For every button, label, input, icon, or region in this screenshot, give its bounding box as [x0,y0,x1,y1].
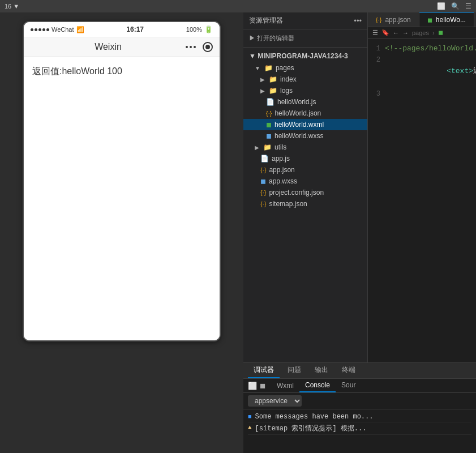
debug-tab-issues-label: 问题 [288,366,301,374]
code-editor: {·} app.json ◼ helloWo... ☰ 🔖 ← → [368,12,476,362]
phone-nav-bar: Weixin [24,37,220,57]
code-comment-1: <!--pages/helloWorld.wxml--> [385,43,476,54]
folder-icon: 📁 [269,75,277,83]
phone-status-right: 100% 🔋 [186,25,213,33]
debug-panel: 调试器 问题 输出 终端 ⬜ ⏹ Wxml [243,362,476,453]
file-helloworldjson[interactable]: {·} helloWorld.json [243,108,367,119]
file-tree: ▼ MINIPROGRAM-JAVA1234-3 ▼ 📁 pages ▶ 📁 i… [243,48,367,362]
file-appjson[interactable]: {·} app.json [243,164,367,176]
right-panel: 资源管理器 ••• ▶ 打开的编辑器 ▼ MINIPROGRAM-JAVA123… [243,12,476,453]
debug-tab-terminal-label: 终端 [342,366,355,374]
toolbar-icon-3[interactable]: ☰ [465,2,471,10]
appservice-filter[interactable]: appservice [248,395,302,407]
three-dots-icon[interactable] [186,46,196,48]
main-area: WeChat 📶 16:17 100% 🔋 Weixin [0,12,476,453]
wxss-file-icon: ◼ [260,177,266,185]
json-file-icon: {·} [260,200,266,207]
folder-index[interactable]: ▶ 📁 index [243,74,367,85]
folder-icon: 📁 [263,143,272,151]
open-editors-section: ▶ 打开的编辑器 [243,29,367,48]
debug-subtab-icon[interactable]: ⬜ [248,382,257,390]
signal-dot-5 [46,28,49,31]
file-explorer-title: 资源管理器 [249,16,283,25]
chevron-right-icon: ▶ [255,144,259,151]
file-helloworldwxss[interactable]: ◼ helloWorld.wxss [243,130,367,142]
toolbar-icons: ⬜ 🔍 ☰ [437,2,471,10]
phone-status-left: WeChat 📶 [31,26,84,33]
file-sitemapjson[interactable]: {·} sitemap.json [243,198,367,210]
signal-dot-2 [35,28,37,31]
folder-logs-label: logs [280,87,293,95]
file-helloworldjs[interactable]: 📄 helloWorld.js [243,96,367,108]
file-helloworldwxml-label: helloWorld.wxml [275,121,324,129]
toolbar-icon-2[interactable]: 🔍 [451,2,460,10]
tab-helloworldwxml[interactable]: ◼ helloWo... [419,12,474,27]
phone-status-bar: WeChat 📶 16:17 100% 🔋 [24,22,220,37]
folder-logs[interactable]: ▶ 📁 logs [243,85,367,96]
battery-percent: 100% [186,26,202,33]
file-helloworldjson-label: helloWorld.json [275,109,321,117]
tab-appjson[interactable]: {·} app.json [368,12,419,27]
wxml-file-icon: ◼ [266,121,272,129]
file-sitemapjson-label: sitemap.json [269,200,307,208]
phone-page-title: Weixin [95,42,122,52]
phone-content: 返回值:helloWorld 100 [24,57,220,340]
chevron-right-icon: ▶ [260,88,265,94]
right-top: 资源管理器 ••• ▶ 打开的编辑器 ▼ MINIPROGRAM-JAVA123… [243,12,476,362]
list-icon[interactable]: ☰ [372,29,378,36]
line-number-2: 2 [368,54,385,66]
code-content-2: <text>返回值:{{result}} [385,54,476,88]
debug-sub-wxml[interactable]: Wxml [271,379,299,392]
code-line-1: 1 <!--pages/helloWorld.wxml--> [368,43,476,54]
more-options-icon[interactable]: ••• [354,16,362,25]
code-line-3: 3 [368,88,476,100]
folder-icon: 📁 [269,87,277,95]
breadcrumb-sep: pages [412,29,429,36]
chevron-down-icon: ▼ [255,65,260,71]
folder-utils[interactable]: ▶ 📁 utils [243,142,367,153]
debug-filter-toolbar: appservice [243,393,476,409]
debug-sub-console[interactable]: Console [299,379,336,392]
phone-content-text: 返回值:helloWorld 100 [32,66,122,76]
code-text-content: 返回值:{{result}} [473,67,476,75]
debug-sub-sources[interactable]: Sour [336,379,361,392]
folder-pages[interactable]: ▼ 📁 pages [243,62,367,74]
file-helloworldwxml[interactable]: ◼ helloWorld.wxml [243,119,367,130]
debug-tab-debugger[interactable]: 调试器 [248,363,280,378]
signal-dot-4 [42,28,45,31]
debug-tab-terminal[interactable]: 终端 [336,363,361,378]
debug-tab-issues[interactable]: 问题 [282,363,307,378]
file-appjs[interactable]: 📄 app.js [243,153,367,164]
file-appwxss[interactable]: ◼ app.wxss [243,176,367,187]
debug-message-2-text: [sitemap 索引情况提示] 根据... [255,424,367,433]
debug-tab-debugger-label: 调试器 [254,366,274,374]
toolbar-left-icons: ☰ 🔖 [372,29,389,36]
debug-tab-output[interactable]: 输出 [309,363,334,378]
debug-subtab-stop-icon[interactable]: ⏹ [259,382,267,390]
phone-nav-icons [186,42,213,52]
wxml-file-icon-tab: ◼ [427,16,432,24]
record-icon[interactable] [203,42,213,52]
file-projectconfig[interactable]: {·} project.config.json [243,187,367,198]
signal-dot-3 [38,28,41,31]
editor-tabs: {·} app.json ◼ helloWo... [368,12,476,27]
file-tree-root[interactable]: ▼ MINIPROGRAM-JAVA1234-3 [243,50,367,62]
line-number-3: 3 [368,88,385,100]
file-helloworldjs-label: helloWorld.js [277,98,316,106]
version-label[interactable]: 16 ▼ [5,3,19,10]
js-file-icon: 📄 [266,98,275,106]
bookmark-icon[interactable]: 🔖 [381,29,389,36]
open-editors-label[interactable]: ▶ 打开的编辑器 [243,32,367,45]
folder-utils-label: utils [275,143,286,151]
json-file-icon: {·} [260,189,266,196]
js-file-icon: 📄 [260,155,269,163]
top-toolbar: 16 ▼ ⬜ 🔍 ☰ [0,0,476,12]
file-explorer-actions: ••• [354,16,362,25]
folder-pages-label: pages [276,64,294,72]
chevron-right-icon: ▶ [260,76,265,83]
toolbar-nav-back[interactable]: ← [393,29,399,36]
toolbar-icon-1[interactable]: ⬜ [437,2,445,10]
debug-message-1: ■ Some messages have been mo... [248,412,471,422]
toolbar-nav-forward[interactable]: → [402,29,409,36]
file-appjson-label: app.json [269,166,294,174]
